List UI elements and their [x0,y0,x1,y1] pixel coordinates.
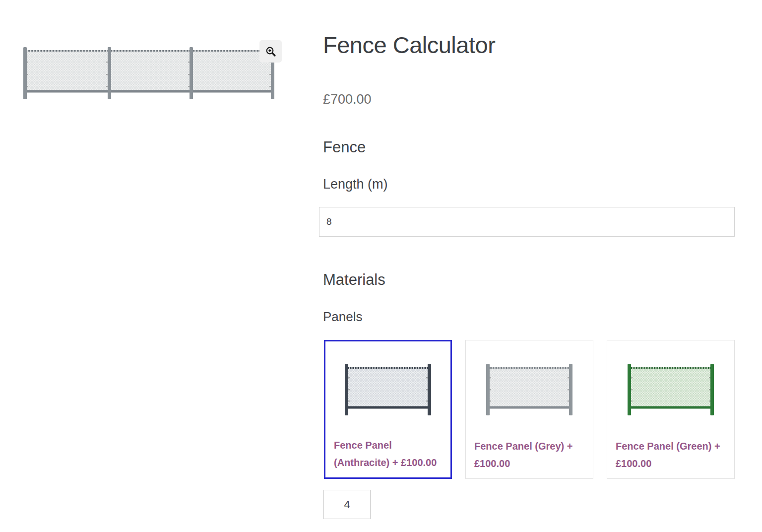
materials-section-heading: Materials [323,271,385,289]
fence-mesh [631,367,710,407]
fence-post [569,364,572,415]
image-zoom-button[interactable] [259,40,282,63]
panel-quantity-input[interactable] [323,490,371,519]
fence-bottom-rail [345,406,431,409]
product-image[interactable] [23,47,274,100]
fence-post [428,364,431,415]
fence-bottom-rail [628,406,714,409]
fence-section-heading: Fence [323,138,366,156]
fence-bottom-rail [23,90,274,93]
fence-post [710,364,714,415]
fence-bottom-rail [486,406,572,409]
panel-option-label: Fence Panel (Green) + £100.00 [616,438,729,472]
panels-label: Panels [323,309,363,325]
fence-panel-anthracite-image [345,364,431,415]
fence-post [486,364,490,415]
panel-option-label: Fence Panel (Grey) + £100.00 [474,438,588,472]
panel-option-green[interactable]: Fence Panel (Green) + £100.00 [607,340,735,479]
fence-mesh [25,50,273,92]
panel-option-grey[interactable]: Fence Panel (Grey) + £100.00 [465,340,593,479]
length-label: Length (m) [323,177,388,192]
fence-post [23,47,27,99]
panel-options: Fence Panel (Anthracite) + £100.00 Fence… [324,340,735,479]
magnifier-plus-icon [265,46,277,58]
product-gallery [23,47,274,100]
fence-post [108,47,111,99]
fence-panel-green-image [628,364,714,415]
fence-post [628,364,631,415]
fence-mesh [490,367,569,407]
panel-option-anthracite[interactable]: Fence Panel (Anthracite) + £100.00 [324,340,452,479]
fence-post [190,47,193,99]
page-title: Fence Calculator [323,30,495,60]
panel-option-label: Fence Panel (Anthracite) + £100.00 [334,437,445,471]
fence-post [345,364,348,415]
length-input[interactable] [319,207,735,237]
product-price: £700.00 [323,92,372,107]
fence-mesh [348,367,428,407]
fence-panel-grey-image [486,364,572,415]
